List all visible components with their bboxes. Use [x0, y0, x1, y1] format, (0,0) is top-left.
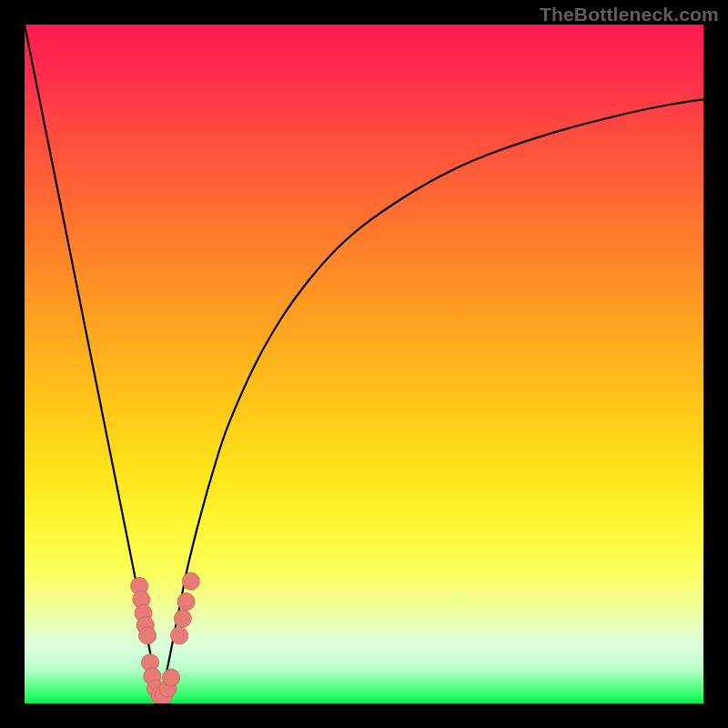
watermark-text: TheBottleneck.com	[540, 4, 719, 25]
curve-marker	[163, 669, 180, 686]
curve-marker	[171, 627, 188, 644]
curve-marker	[139, 627, 157, 644]
curve-marker	[174, 610, 191, 627]
curve-layer	[25, 25, 703, 703]
curve-marker	[177, 593, 195, 611]
curve-marker	[182, 572, 199, 590]
bottleneck-curve	[25, 25, 703, 697]
curve-markers	[131, 572, 200, 703]
plot-area	[25, 25, 703, 703]
chart-frame: TheBottleneck.com	[0, 0, 728, 728]
